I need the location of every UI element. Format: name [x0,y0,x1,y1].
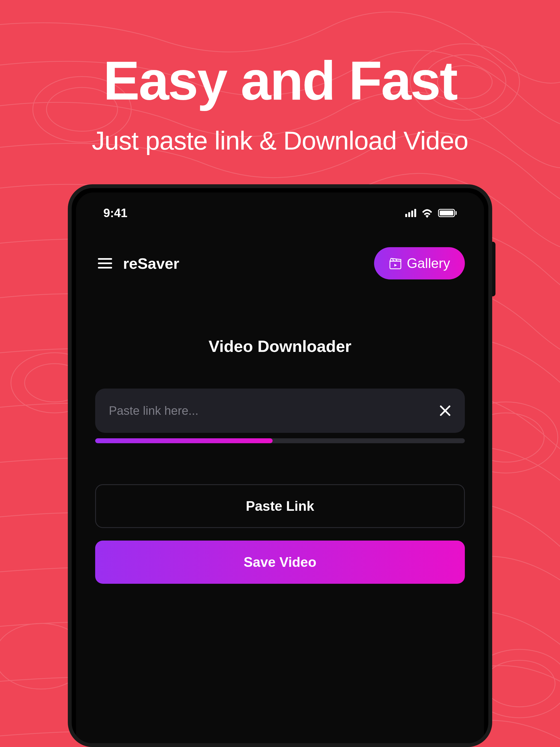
signal-icon [405,209,416,217]
device-frame: 9:41 [68,184,492,747]
progress-bar [95,438,465,443]
clapperboard-icon [389,257,402,270]
link-input[interactable]: Paste link here... [95,389,465,433]
app-header: reSaver Gallery [95,247,465,279]
battery-icon [438,209,457,217]
status-icons [405,208,457,218]
app-title: reSaver [123,255,179,272]
hero-subtitle: Just paste link & Download Video [0,126,560,156]
gallery-button[interactable]: Gallery [374,247,465,279]
status-bar: 9:41 [95,203,465,223]
link-input-placeholder: Paste link here... [109,404,199,417]
section-title: Video Downloader [95,337,465,356]
hamburger-menu-icon[interactable] [98,258,112,268]
wifi-icon [421,208,433,218]
status-time: 9:41 [103,206,127,220]
hero-title: Easy and Fast [0,49,560,112]
save-video-button[interactable]: Save Video [95,541,465,584]
paste-link-button[interactable]: Paste Link [95,484,465,528]
device-screen: 9:41 [76,192,484,743]
progress-fill [95,438,273,443]
clear-input-icon[interactable] [439,405,451,417]
gallery-label: Gallery [407,255,450,271]
